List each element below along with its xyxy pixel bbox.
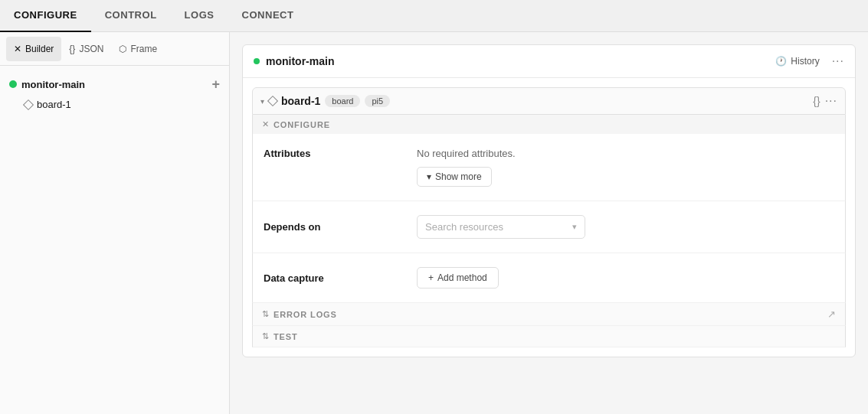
add-child-icon[interactable]: + xyxy=(211,77,220,91)
builder-icon: ✕ xyxy=(14,44,21,54)
json-label: JSON xyxy=(79,44,103,54)
board-header: ▾ board-1 board pi5 {} ··· xyxy=(252,87,846,115)
error-logs-expand-icon: ⇅ xyxy=(262,309,269,319)
frame-icon: ⬡ xyxy=(119,44,126,54)
sidebar-json[interactable]: {} JSON xyxy=(61,37,111,61)
board-header-left: ▾ board-1 board pi5 xyxy=(260,95,807,107)
error-logs-bar[interactable]: ⇅ ERROR LOGS ↗ xyxy=(252,303,846,326)
search-resources-input[interactable]: Search resources ▾ xyxy=(417,215,585,239)
configure-bar-label: CONFIGURE xyxy=(274,120,330,129)
no-required-text: No required attributes. xyxy=(417,148,834,159)
board-more-icon[interactable]: ··· xyxy=(825,94,837,108)
panel-more-icon[interactable]: ··· xyxy=(832,54,844,68)
history-icon: 🕐 xyxy=(775,56,787,67)
panel-header-right: 🕐 History ··· xyxy=(769,53,844,70)
sidebar-sub-nav: ✕ Builder {} JSON ⬡ Frame xyxy=(0,32,229,66)
test-expand-icon: ⇅ xyxy=(262,331,269,341)
show-more-button[interactable]: ▾ Show more xyxy=(417,167,492,187)
panel-status-dot xyxy=(254,58,260,64)
error-logs-external-icon[interactable]: ↗ xyxy=(827,308,836,320)
main-content: monitor-main 🕐 History ··· ▾ xyxy=(230,32,868,414)
show-more-label: Show more xyxy=(435,171,482,182)
board-header-right: {} ··· xyxy=(813,94,837,108)
board-code-icon[interactable]: {} xyxy=(813,95,820,107)
sidebar-builder[interactable]: ✕ Builder xyxy=(6,37,61,61)
main-layout: ✕ Builder {} JSON ⬡ Frame monitor-main + xyxy=(0,32,868,414)
tree-monitor-main[interactable]: monitor-main + xyxy=(0,73,229,95)
data-capture-label: Data capture xyxy=(264,272,401,284)
configure-collapse-icon[interactable]: ✕ xyxy=(262,119,269,129)
sidebar-tree: monitor-main + board-1 xyxy=(0,66,229,414)
search-resources-placeholder: Search resources xyxy=(425,221,503,233)
error-logs-label: ERROR LOGS xyxy=(274,310,337,319)
nav-connect[interactable]: CONNECT xyxy=(228,0,308,32)
monitor-main-label: monitor-main xyxy=(21,79,85,90)
attributes-section: Attributes No required attributes. ▾ Sho… xyxy=(252,134,846,201)
board-chevron-icon[interactable]: ▾ xyxy=(260,97,264,106)
data-capture-section: Data capture + Add method xyxy=(252,253,846,303)
depends-on-label: Depends on xyxy=(264,221,401,233)
panel-card: monitor-main 🕐 History ··· ▾ xyxy=(242,44,856,357)
search-resources-chevron-icon: ▾ xyxy=(572,222,577,232)
board-tag-board[interactable]: board xyxy=(325,95,360,107)
history-label: History xyxy=(791,56,819,67)
monitor-main-status-dot xyxy=(9,80,17,88)
panel-title: monitor-main xyxy=(266,55,334,67)
nav-configure[interactable]: CONFIGURE xyxy=(0,0,91,32)
show-more-chevron-icon: ▾ xyxy=(427,171,431,182)
panel-header: monitor-main 🕐 History ··· xyxy=(243,45,855,78)
nav-control[interactable]: CONTROL xyxy=(91,0,171,32)
add-method-plus-icon: + xyxy=(428,272,434,283)
board-1-label: board-1 xyxy=(37,99,71,110)
depends-on-section: Depends on Search resources ▾ xyxy=(252,201,846,253)
attributes-label: Attributes xyxy=(264,148,401,159)
board-diamond-icon xyxy=(23,99,34,109)
board-header-diamond-icon xyxy=(267,96,278,106)
history-button[interactable]: 🕐 History xyxy=(769,53,825,70)
add-method-button[interactable]: + Add method xyxy=(417,267,499,288)
configure-bar[interactable]: ✕ CONFIGURE xyxy=(252,115,846,134)
board-tag-pi5[interactable]: pi5 xyxy=(365,95,390,107)
tree-board-1[interactable]: board-1 xyxy=(0,95,229,114)
nav-logs[interactable]: LOGS xyxy=(171,0,228,32)
test-bar[interactable]: ⇅ TEST xyxy=(252,326,846,347)
board-name: board-1 xyxy=(281,95,320,107)
builder-label: Builder xyxy=(25,44,54,54)
frame-label: Frame xyxy=(130,44,157,54)
add-method-label: Add method xyxy=(437,272,487,283)
top-nav: CONFIGURE CONTROL LOGS CONNECT xyxy=(0,0,868,32)
test-label: TEST xyxy=(274,332,298,341)
attributes-value: No required attributes. ▾ Show more xyxy=(417,148,834,187)
json-icon: {} xyxy=(69,44,75,54)
sidebar-frame[interactable]: ⬡ Frame xyxy=(111,37,165,61)
board-section: ▾ board-1 board pi5 {} ··· ✕ CONFIGURE xyxy=(252,87,846,347)
panel-header-left: monitor-main xyxy=(254,55,334,67)
sidebar: ✕ Builder {} JSON ⬡ Frame monitor-main + xyxy=(0,32,230,414)
